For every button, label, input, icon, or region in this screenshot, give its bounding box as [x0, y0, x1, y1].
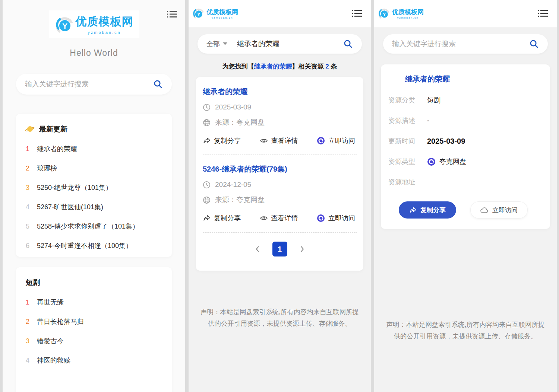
visit-now-label: 立即访问 — [328, 136, 355, 145]
clock-icon — [203, 103, 211, 111]
result-prefix: 为您找到【 — [222, 63, 254, 70]
magnifier-icon — [529, 39, 539, 49]
site-logo[interactable]: Y 优质模板网 yzmoban.cn — [192, 7, 238, 19]
globe-icon — [203, 119, 211, 127]
search-button[interactable] — [529, 39, 539, 49]
item-title: 错爱古今 — [37, 337, 64, 345]
list-menu-icon — [538, 9, 548, 18]
next-page-button[interactable] — [299, 244, 306, 254]
copy-share-link[interactable]: 复制分享 — [203, 214, 241, 223]
search-input[interactable] — [237, 40, 343, 48]
result-entry: 继承者的荣耀 2025-03-09 — [203, 77, 357, 154]
view-detail-link[interactable]: 查看详情 — [260, 136, 298, 145]
list-menu-icon — [352, 9, 362, 18]
copy-share-link[interactable]: 复制分享 — [203, 136, 241, 145]
visit-now-link[interactable]: 立即访问 — [317, 214, 355, 223]
brand-domain: yzmoban.cn — [397, 16, 419, 19]
entry-source-row: 来源：夸克网盘 — [203, 118, 357, 127]
panel-search-results: Y 优质模板网 yzmoban.cn — [189, 0, 371, 392]
site-logo[interactable]: Y 优质模板网 yzmoban.cn — [49, 10, 139, 38]
entry-source-row: 来源：夸克网盘 — [203, 195, 357, 205]
field-label: 资源分类 — [388, 96, 420, 105]
list-item[interactable]: 4 神医的救赎 — [26, 356, 162, 365]
chevron-left-icon — [255, 246, 260, 252]
resource-title: 继承者的荣耀 — [405, 74, 543, 84]
results-search-bar: 全部 — [198, 34, 362, 54]
field-label: 更新时间 — [388, 137, 420, 146]
latest-updates-card: 最新更新 1 继承者的荣耀 2 琅琊榜 3 5250-绝世龙尊（101集） 4 … — [16, 114, 172, 257]
menu-button[interactable] — [536, 7, 549, 19]
item-title: 5267-旷世医仙(101集) — [37, 203, 103, 211]
list-item[interactable]: 3 5250-绝世龙尊（101集） — [26, 183, 162, 192]
entry-date: 2024-12-05 — [215, 181, 251, 189]
visit-now-label: 立即访问 — [492, 206, 518, 214]
rank-number: 1 — [26, 145, 33, 153]
item-title: 再世无缘 — [37, 298, 64, 307]
brand-name: 优质模板网 — [76, 14, 133, 29]
visit-now-button[interactable]: 立即访问 — [470, 201, 528, 219]
item-title: 5258-傅少求求你别虐了（101集） — [37, 222, 139, 231]
entry-date-row: 2025-03-09 — [203, 103, 357, 111]
share-arrow-icon — [203, 137, 211, 144]
search-button[interactable] — [153, 79, 163, 89]
short-drama-card: 短剧 1 再世无缘 2 昔日长枪落马归 3 错爱古今 4 神医的救赎 — [16, 267, 172, 392]
visit-now-link[interactable]: 立即访问 — [317, 136, 355, 145]
field-resource-type: 资源类型 夸克网盘 — [388, 157, 543, 166]
brand-name: 优质模板网 — [392, 8, 424, 16]
brand-y-icon: Y — [55, 15, 73, 34]
result-summary: 为您找到【继承者的荣耀】相关资源 2 条 — [189, 62, 371, 71]
short-drama-title: 短剧 — [26, 278, 40, 287]
list-item[interactable]: 2 昔日长枪落马归 — [26, 317, 162, 326]
menu-button[interactable] — [350, 7, 363, 19]
view-detail-link[interactable]: 查看详情 — [260, 214, 298, 223]
entry-title-link[interactable]: 5246-继承者的荣耀(79集) — [203, 164, 357, 174]
entry-source: 来源：夸克网盘 — [215, 118, 265, 127]
rank-number: 2 — [26, 318, 33, 326]
rank-number: 1 — [26, 299, 33, 306]
detail-search-bar — [383, 34, 548, 54]
brand-domain: yzmoban.cn — [88, 30, 121, 35]
view-detail-label: 查看详情 — [271, 214, 298, 223]
field-resource-address: 资源地址 — [388, 178, 543, 187]
list-item[interactable]: 4 5267-旷世医仙(101集) — [26, 203, 162, 211]
view-detail-label: 查看详情 — [271, 136, 298, 145]
copy-share-label: 复制分享 — [214, 214, 241, 223]
list-item[interactable]: 6 5274-今时重逢不相逢（100集） — [26, 241, 162, 250]
latest-updates-title: 最新更新 — [39, 124, 67, 134]
app-header: Y 优质模板网 yzmoban.cn — [189, 0, 371, 27]
field-category: 资源分类 短剧 — [388, 96, 543, 105]
search-input[interactable] — [25, 80, 153, 88]
search-input[interactable] — [392, 40, 529, 48]
field-value: 夸克网盘 — [439, 157, 466, 166]
menu-button[interactable] — [165, 8, 179, 20]
prev-page-button[interactable] — [254, 244, 261, 254]
list-item[interactable]: 1 再世无缘 — [26, 298, 162, 307]
entry-title-link[interactable]: 继承者的荣耀 — [203, 87, 357, 97]
rank-number: 3 — [26, 337, 33, 345]
category-dropdown[interactable]: 全部 — [206, 39, 227, 48]
site-logo[interactable]: Y 优质模板网 yzmoban.cn — [378, 7, 424, 19]
result-count: 2 — [325, 63, 329, 70]
svg-text:Y: Y — [197, 12, 200, 17]
field-value: 2025-03-09 — [427, 137, 465, 146]
item-title: 继承者的荣耀 — [37, 144, 77, 153]
copy-share-button[interactable]: 复制分享 — [399, 201, 456, 219]
search-button[interactable] — [343, 39, 353, 49]
result-entry: 5246-继承者的荣耀(79集) 2024-12-05 — [203, 154, 357, 232]
list-item[interactable]: 1 继承者的荣耀 — [26, 144, 162, 153]
item-title: 5274-今时重逢不相逢（100集） — [37, 241, 132, 250]
field-value: 短剧 — [427, 96, 440, 105]
field-label: 资源描述 — [388, 116, 420, 125]
pagination: 1 — [203, 232, 357, 271]
magnifier-icon — [153, 79, 163, 89]
field-label: 资源地址 — [388, 178, 420, 187]
list-item[interactable]: 2 琅琊榜 — [26, 164, 162, 173]
disclaimer-text: 声明：本站是网盘索引系统,所有内容均来自互联网所提供的公开引用资源，未提供资源上… — [383, 319, 547, 342]
item-title: 琅琊榜 — [37, 164, 57, 173]
quark-disk-icon — [317, 214, 325, 222]
list-item[interactable]: 5 5258-傅少求求你别虐了（101集） — [26, 222, 162, 231]
caret-down-icon — [223, 42, 227, 45]
svg-text:Y: Y — [383, 12, 386, 17]
current-page-button[interactable]: 1 — [272, 242, 287, 256]
list-item[interactable]: 3 错爱古今 — [26, 337, 162, 345]
